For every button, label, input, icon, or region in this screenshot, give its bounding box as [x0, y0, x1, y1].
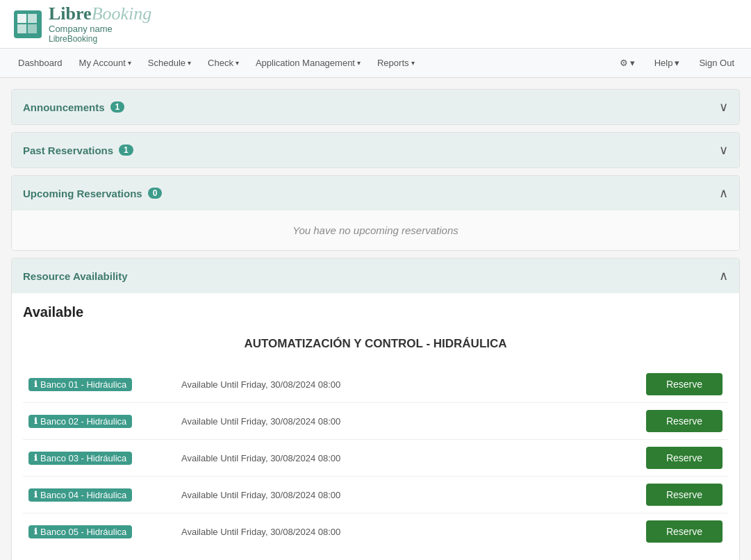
past-reservations-header[interactable]: Past Reservations 1 ∨: [12, 133, 739, 167]
logo-icon: [14, 10, 42, 38]
announcements-title: Announcements: [23, 101, 105, 113]
upcoming-reservations-title: Upcoming Reservations: [23, 188, 142, 199]
resource-group-title: AUTOMATIZACIÓN Y CONTROL - HIDRÁULICA: [23, 331, 728, 356]
info-icon: ℹ: [34, 379, 38, 389]
upcoming-reservations-header[interactable]: Upcoming Reservations 0 ∧: [12, 176, 739, 211]
resource-name: Banco 01 - Hidráulica: [40, 379, 126, 390]
company-sub: LibreBooking: [49, 34, 151, 44]
upcoming-reservations-badge: 0: [148, 188, 163, 199]
resource-availability-text: Available Until Friday, 30/08/2024 08:00: [181, 490, 646, 500]
chevron-down-icon: ▾: [630, 58, 635, 68]
company-name: Company name: [49, 24, 151, 34]
chevron-down-icon: ▾: [675, 58, 679, 68]
nav-dashboard[interactable]: Dashboard: [11, 51, 69, 75]
resource-badge-0[interactable]: ℹ Banco 01 - Hidráulica: [28, 378, 132, 391]
resource-availability-text: Available Until Friday, 30/08/2024 08:00: [181, 379, 646, 390]
info-icon: ℹ: [34, 416, 38, 426]
navbar: Dashboard My Account▾ Schedule▾ Check▾ A…: [0, 49, 751, 78]
resource-availability-text: Available Until Friday, 30/08/2024 08:00: [181, 416, 646, 427]
announcements-badge: 1: [110, 101, 125, 113]
resource-availability-title: Resource Availability: [23, 270, 128, 282]
chevron-down-icon: ▾: [188, 59, 191, 67]
top-header: LibreBooking Company name LibreBooking: [0, 0, 751, 49]
resource-name: Banco 05 - Hidráulica: [40, 527, 126, 537]
chevron-down-icon: ▾: [236, 59, 239, 67]
upcoming-reservations-body: You have no upcoming reservations: [12, 211, 739, 250]
resource-badge-4[interactable]: ℹ Banco 05 - Hidráulica: [28, 525, 132, 538]
resource-name: Banco 04 - Hidráulica: [40, 490, 126, 500]
logo-text-libre: Libre: [49, 3, 92, 24]
no-reservations-text: You have no upcoming reservations: [23, 224, 728, 236]
nav-settings[interactable]: ⚙▾: [614, 52, 641, 74]
nav-schedule[interactable]: Schedule▾: [141, 51, 198, 75]
reserve-button-4[interactable]: Reserve: [646, 520, 723, 543]
resource-name: Banco 03 - Hidráulica: [40, 453, 126, 463]
svg-rect-0: [17, 14, 26, 23]
resource-row: ℹ Banco 05 - Hidráulica Available Until …: [23, 513, 728, 550]
resource-name-col: ℹ Banco 03 - Hidráulica: [28, 452, 181, 465]
nav-my-account[interactable]: My Account▾: [72, 51, 138, 75]
past-reservations-badge: 1: [119, 145, 133, 156]
resource-availability-body: Available AUTOMATIZACIÓN Y CONTROL - HID…: [12, 293, 739, 560]
resource-name-col: ℹ Banco 02 - Hidráulica: [28, 415, 181, 428]
nav-sign-out[interactable]: Sign Out: [693, 52, 740, 74]
reserve-button-2[interactable]: Reserve: [646, 447, 723, 469]
logo-area: LibreBooking Company name LibreBooking: [14, 4, 737, 44]
resource-row: ℹ Banco 03 - Hidráulica Available Until …: [23, 440, 728, 477]
resource-badge-2[interactable]: ℹ Banco 03 - Hidráulica: [28, 452, 132, 465]
info-icon: ℹ: [34, 453, 38, 463]
resource-rows-container: ℹ Banco 01 - Hidráulica Available Until …: [23, 366, 728, 550]
svg-rect-2: [17, 24, 26, 33]
resource-row: ℹ Banco 04 - Hidráulica Available Until …: [23, 477, 728, 513]
upcoming-reservations-section: Upcoming Reservations 0 ∧ You have no up…: [11, 175, 740, 251]
chevron-down-icon: ▾: [357, 59, 361, 67]
navbar-left: Dashboard My Account▾ Schedule▾ Check▾ A…: [11, 51, 614, 75]
past-reservations-section: Past Reservations 1 ∨: [11, 132, 740, 168]
info-icon: ℹ: [34, 490, 38, 500]
chevron-up-icon: ∧: [719, 268, 728, 283]
reserve-button-3[interactable]: Reserve: [646, 484, 723, 506]
reserve-button-0[interactable]: Reserve: [646, 373, 723, 395]
resource-badge-3[interactable]: ℹ Banco 04 - Hidráulica: [28, 488, 132, 502]
resource-row: ℹ Banco 02 - Hidráulica Available Until …: [23, 403, 728, 440]
chevron-down-icon: ▾: [128, 59, 131, 67]
resource-name-col: ℹ Banco 05 - Hidráulica: [28, 525, 181, 538]
nav-application-management[interactable]: Application Management▾: [249, 51, 368, 75]
chevron-down-icon: ∨: [719, 142, 728, 158]
resource-name-col: ℹ Banco 04 - Hidráulica: [28, 488, 181, 502]
chevron-down-icon: ∨: [719, 99, 728, 115]
reserve-button-1[interactable]: Reserve: [646, 410, 723, 432]
svg-rect-3: [28, 24, 37, 33]
nav-check[interactable]: Check▾: [201, 51, 246, 75]
gear-icon: ⚙: [620, 58, 628, 68]
nav-help[interactable]: Help▾: [649, 52, 686, 74]
available-title: Available: [23, 304, 728, 320]
chevron-up-icon: ∧: [719, 186, 728, 201]
resource-availability-header[interactable]: Resource Availability ∧: [12, 258, 739, 293]
svg-rect-1: [28, 14, 37, 23]
resource-availability-section: Resource Availability ∧ Available AUTOMA…: [11, 258, 740, 560]
info-icon: ℹ: [34, 527, 38, 536]
announcements-header[interactable]: Announcements 1 ∨: [12, 90, 739, 124]
main-content: Announcements 1 ∨ Past Reservations 1 ∨ …: [0, 78, 751, 560]
resource-availability-text: Available Until Friday, 30/08/2024 08:00: [181, 527, 646, 537]
chevron-down-icon: ▾: [411, 59, 415, 67]
resource-name: Banco 02 - Hidráulica: [40, 416, 126, 427]
navbar-right: ⚙▾ Help▾ Sign Out: [614, 52, 740, 74]
past-reservations-title: Past Reservations: [23, 145, 113, 156]
resource-availability-text: Available Until Friday, 30/08/2024 08:00: [181, 453, 646, 463]
resource-badge-1[interactable]: ℹ Banco 02 - Hidráulica: [28, 415, 132, 428]
resource-name-col: ℹ Banco 01 - Hidráulica: [28, 378, 181, 391]
nav-reports[interactable]: Reports▾: [370, 51, 422, 75]
logo-text-booking: Booking: [92, 3, 152, 24]
announcements-section: Announcements 1 ∨: [11, 89, 740, 125]
resource-row: ℹ Banco 01 - Hidráulica Available Until …: [23, 366, 728, 403]
